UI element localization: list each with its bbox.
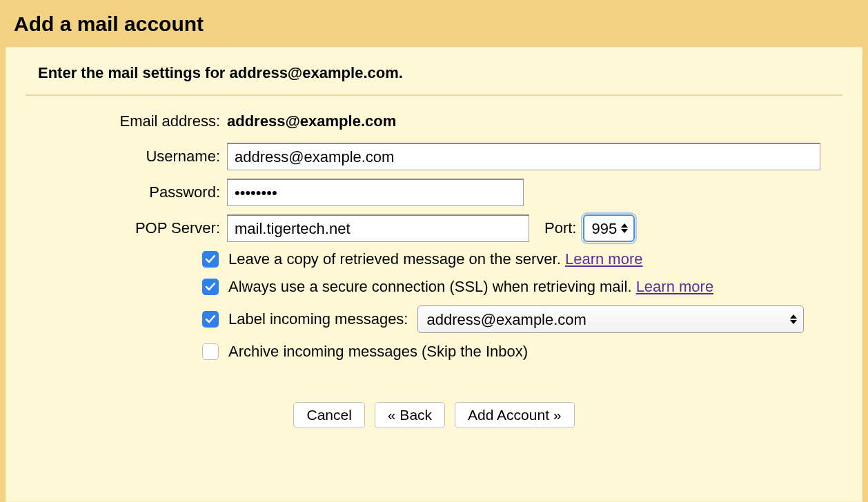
dialog-subtitle: Enter the mail settings for address@exam… <box>38 64 842 82</box>
leave-copy-learn-more-link[interactable]: Learn more <box>565 250 643 268</box>
password-input[interactable] <box>227 179 524 206</box>
email-value: address@example.com <box>227 112 842 130</box>
username-label: Username: <box>26 148 227 165</box>
back-button[interactable]: « Back <box>375 402 445 428</box>
row-archive: Archive incoming messages (Skip the Inbo… <box>26 343 842 361</box>
divider <box>26 94 842 96</box>
pop-server-label: POP Server: <box>26 219 227 237</box>
row-ssl: Always use a secure connection (SSL) whe… <box>26 278 842 296</box>
dialog-body: Enter the mail settings for address@exam… <box>6 47 862 502</box>
row-email: Email address: address@example.com <box>26 108 842 134</box>
row-pop-server: POP Server: Port: 995 <box>26 214 842 242</box>
username-input[interactable] <box>227 143 820 170</box>
leave-copy-label: Leave a copy of retrieved message on the… <box>228 250 561 268</box>
cancel-button[interactable]: Cancel <box>293 402 364 428</box>
dialog-titlebar: Add a mail account <box>0 0 868 47</box>
email-label: Email address: <box>26 112 227 130</box>
password-label: Password: <box>26 183 227 201</box>
row-label-incoming: Label incoming messages: address@example… <box>26 305 842 333</box>
dialog-title: Add a mail account <box>14 12 854 36</box>
ssl-checkbox[interactable] <box>202 279 219 295</box>
button-row: Cancel « Back Add Account » <box>26 402 842 428</box>
pop-server-input[interactable] <box>227 214 529 242</box>
archive-checkbox[interactable] <box>202 343 219 360</box>
row-password: Password: <box>26 179 842 206</box>
check-icon <box>205 314 216 325</box>
label-incoming-checkbox[interactable] <box>202 311 219 328</box>
label-incoming-select[interactable]: address@example.com <box>417 305 804 333</box>
label-incoming-label: Label incoming messages: <box>228 310 408 328</box>
ssl-label: Always use a secure connection (SSL) whe… <box>228 278 632 295</box>
row-leave-copy: Leave a copy of retrieved message on the… <box>26 250 842 268</box>
dialog-window: Add a mail account Enter the mail settin… <box>0 0 868 502</box>
port-select[interactable]: 995 <box>583 214 635 242</box>
row-username: Username: <box>26 143 842 170</box>
ssl-learn-more-link[interactable]: Learn more <box>636 278 714 295</box>
check-icon <box>205 254 216 265</box>
leave-copy-checkbox[interactable] <box>202 251 219 268</box>
check-icon <box>205 281 216 292</box>
add-account-button[interactable]: Add Account » <box>455 402 574 428</box>
archive-label: Archive incoming messages (Skip the Inbo… <box>228 343 528 361</box>
port-label: Port: <box>544 219 576 237</box>
